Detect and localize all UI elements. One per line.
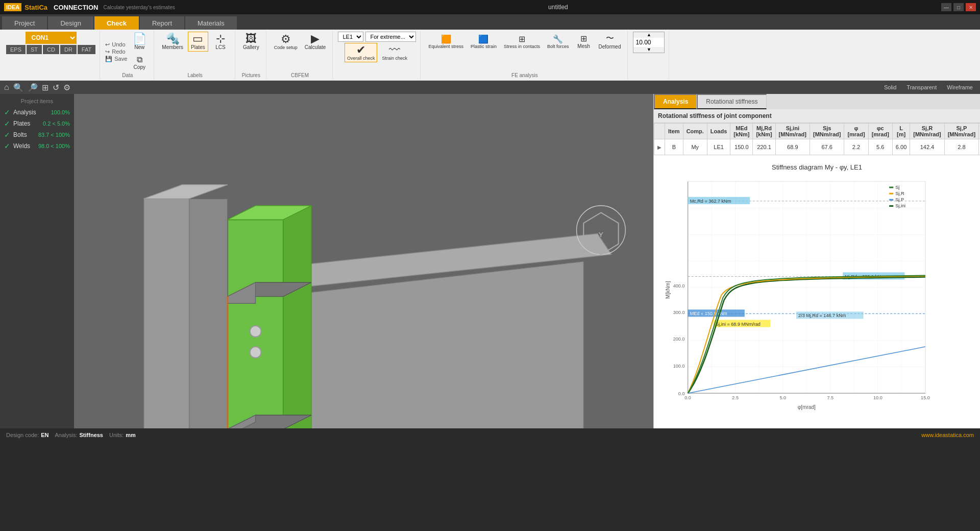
- equiv-stress-button[interactable]: 🟧 Equivalent stress: [426, 33, 466, 51]
- row-sjs: 67.6: [810, 139, 844, 155]
- app-name: StatiCa: [24, 4, 47, 11]
- stress-contacts-button[interactable]: ⊞ Stress in contacts: [501, 33, 543, 51]
- spin-up-button[interactable]: ▲: [633, 32, 664, 38]
- redo-button[interactable]: ↪ Redo: [105, 49, 127, 55]
- check-value-bolts: 83.7 < 100%: [38, 132, 70, 138]
- tab-fat[interactable]: FAT: [78, 45, 95, 54]
- calculate-button[interactable]: ▶ Calculate: [302, 32, 329, 52]
- tab-cd[interactable]: CD: [43, 45, 59, 54]
- view-transparent-button[interactable]: Transparent: [903, 83, 940, 91]
- toolbar-group-cbfem: ⚙ Code setup ▶ Calculate CBFEM: [267, 31, 333, 79]
- number-spinbox[interactable]: ▲ ▼: [633, 32, 665, 53]
- check-value-analysis: 100.0%: [51, 109, 70, 115]
- check-item-plates: ✓ Plates 0.2 < 5.0%: [4, 119, 70, 128]
- spin-down-button[interactable]: ▼: [633, 47, 664, 53]
- check-icon-welds: ✓: [4, 142, 10, 150]
- col-mjrd: Mj,Rd [kNm]: [753, 124, 775, 139]
- row-sjr: 142.4: [910, 139, 944, 155]
- svg-text:2.5: 2.5: [732, 395, 739, 400]
- mesh-button[interactable]: ⊞ Mesh: [574, 32, 594, 51]
- row-expand[interactable]: ▶: [654, 139, 665, 155]
- col-sjs: Sjs [MNm/rad]: [810, 124, 844, 139]
- minimize-button[interactable]: —: [941, 3, 951, 11]
- viewport[interactable]: Production cost - 135 €: [74, 94, 653, 428]
- right-panel: Analysis Rotational stiffness Rotational…: [653, 94, 980, 428]
- tab-design[interactable]: Design: [48, 16, 93, 30]
- row-mjrd: 220.1: [753, 139, 775, 155]
- table-row: ▶ B My LE1 150.0 220.1 68.9 67.6 2.2 5.6…: [654, 139, 981, 155]
- svg-marker-8: [144, 199, 189, 428]
- save-button[interactable]: 💾 Save: [105, 56, 127, 62]
- number-input-field[interactable]: [633, 38, 664, 47]
- row-phic: 5.6: [868, 139, 892, 155]
- row-item: B: [665, 139, 683, 155]
- lcs-icon: ⊹: [216, 33, 225, 44]
- plates-icon: ▭: [192, 33, 203, 44]
- project-items-label: Project items: [4, 98, 70, 104]
- left-sidebar: Project items ✓ Analysis 100.0% ✓ Plates…: [0, 94, 74, 428]
- deformed-button[interactable]: 〜 Deformed: [596, 32, 624, 51]
- code-setup-button[interactable]: ⚙ Code setup: [272, 32, 300, 52]
- svg-text:Sj,R: Sj,R: [895, 191, 904, 196]
- status-bar: Design code: EN Analysis: Stiffness Unit…: [0, 428, 980, 441]
- strain-check-button[interactable]: 〰 Strain check: [379, 43, 410, 62]
- tab-eps[interactable]: EPS: [6, 45, 26, 54]
- toolbar: CON1 EPS ST CD DR FAT ↩ Undo ↪ Redo 💾 Sa…: [0, 30, 980, 81]
- plates-button[interactable]: ▭ Plates: [188, 32, 208, 52]
- members-button[interactable]: 🔩 Members: [159, 32, 186, 52]
- svg-text:Sj: Sj: [895, 185, 899, 190]
- new-icon: 📄: [133, 33, 146, 44]
- undo-redo-group: ↩ Undo ↪ Redo 💾 Save: [105, 41, 127, 62]
- check-item-bolts: ✓ Bolts 83.7 < 100%: [4, 131, 70, 139]
- design-code-label: Design code:: [6, 432, 39, 438]
- panel-table-title: Rotational stiffness of joint component: [654, 109, 980, 123]
- col-sjr: Sj,R [MNm/rad]: [910, 124, 944, 139]
- tab-check[interactable]: Check: [94, 16, 139, 30]
- rotate-button[interactable]: ↺: [53, 83, 59, 92]
- extreme-select[interactable]: For extreme...: [365, 32, 416, 42]
- row-phi: 2.2: [844, 139, 868, 155]
- undo-button[interactable]: ↩ Undo: [105, 41, 127, 48]
- svg-text:7.5: 7.5: [827, 395, 834, 400]
- gallery-button[interactable]: 🖼 Gallery: [240, 32, 262, 52]
- new-button[interactable]: 📄 New: [129, 32, 150, 52]
- analysis-value: Stiffness: [80, 432, 103, 438]
- row-sjini: 68.9: [775, 139, 810, 155]
- chart-container: 0.0 100.0 200.0 300.0 400.0 0.0 2.5 5.0 …: [662, 175, 972, 420]
- toolbar-group-project: CON1 EPS ST CD DR FAT: [2, 31, 100, 79]
- view-controls-bar: ⌂ 🔍 🔎 ⊞ ↺ ⚙ Solid Transparent Wireframe: [0, 81, 980, 94]
- lcs-button[interactable]: ⊹ LCS: [210, 32, 231, 52]
- view-solid-button[interactable]: Solid: [881, 83, 899, 91]
- settings-icon-button[interactable]: ⚙: [63, 83, 70, 92]
- svg-text:Mc,Rd = 362.7 kNm: Mc,Rd = 362.7 kNm: [690, 199, 731, 204]
- members-icon: 🔩: [166, 33, 180, 44]
- zoom-out-button[interactable]: 🔎: [28, 83, 38, 92]
- panel-tab-analysis[interactable]: Analysis: [654, 94, 697, 109]
- le-select[interactable]: LE1: [338, 32, 363, 42]
- bolt-forces-button[interactable]: 🔧 Bolt forces: [545, 33, 572, 51]
- tab-report[interactable]: Report: [140, 16, 184, 30]
- zoom-in-button[interactable]: 🔍: [13, 83, 23, 92]
- tab-materials[interactable]: Materials: [185, 16, 237, 30]
- tab-dr[interactable]: DR: [60, 45, 77, 54]
- maximize-button[interactable]: □: [953, 3, 964, 11]
- svg-point-14: [250, 326, 261, 337]
- connection-dropdown[interactable]: CON1: [26, 32, 77, 44]
- tab-st[interactable]: ST: [27, 45, 42, 54]
- tab-project[interactable]: Project: [2, 16, 47, 30]
- svg-text:Sj,ini = 68.9 MNm/rad: Sj,ini = 68.9 MNm/rad: [716, 322, 761, 327]
- panel-tab-rotational[interactable]: Rotational stiffness: [697, 94, 766, 109]
- row-sjp: 2.8: [944, 139, 978, 155]
- overall-check-button[interactable]: ✔ Overall check: [345, 43, 378, 62]
- svg-text:φ[mrad]: φ[mrad]: [798, 404, 816, 410]
- close-button[interactable]: ✕: [966, 3, 976, 11]
- check-label-welds: Welds: [13, 142, 30, 150]
- home-icon-button[interactable]: ⌂: [4, 83, 9, 92]
- copy-button[interactable]: ⧉ Copy: [129, 54, 150, 71]
- nav-tabs: Project Design Check Report Materials: [0, 14, 980, 30]
- zoom-fit-button[interactable]: ⊞: [42, 83, 48, 92]
- row-loads: LE1: [707, 139, 730, 155]
- plastic-strain-button[interactable]: 🟦 Plastic strain: [468, 33, 499, 51]
- view-wireframe-button[interactable]: Wireframe: [944, 83, 976, 91]
- equiv-stress-icon: 🟧: [441, 34, 451, 44]
